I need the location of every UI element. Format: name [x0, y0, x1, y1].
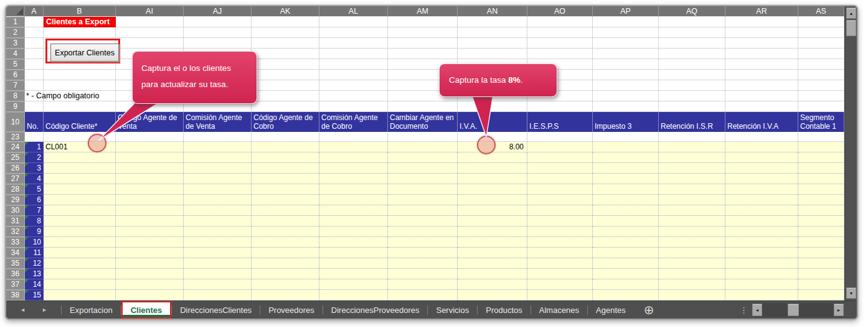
cell-AQ28[interactable]: [659, 184, 725, 195]
cell-AS6[interactable]: [798, 70, 844, 80]
scroll-down-button[interactable]: ▼: [846, 287, 856, 299]
cell-AK30[interactable]: [252, 205, 319, 216]
cell-AK7[interactable]: [252, 80, 319, 91]
cell-AL23[interactable]: [319, 132, 388, 142]
cell-AL27[interactable]: [319, 174, 388, 184]
cell-AS3[interactable]: [798, 38, 844, 49]
cell-AP37[interactable]: [593, 279, 659, 290]
row-header-32[interactable]: 32: [6, 226, 25, 237]
cell-AM24[interactable]: [388, 142, 458, 152]
cell-AL37[interactable]: [319, 279, 388, 290]
cell-AS7[interactable]: [798, 80, 844, 91]
cell-AR29[interactable]: [725, 195, 798, 205]
cell-AQ23[interactable]: [659, 132, 725, 142]
cell-AL25[interactable]: [319, 152, 388, 163]
more-options-icon[interactable]: ⋮: [740, 301, 748, 319]
cell-A34[interactable]: 11: [25, 248, 44, 258]
cell-AJ3[interactable]: [184, 38, 252, 49]
cell-AR26[interactable]: [725, 163, 798, 174]
cell-AI34[interactable]: [116, 248, 184, 258]
cell-AL28[interactable]: [319, 184, 388, 195]
cell-B31[interactable]: [44, 216, 116, 226]
scroll-left-button[interactable]: ◄: [752, 304, 762, 316]
cell-A30[interactable]: 7: [25, 205, 44, 216]
cell-AL2[interactable]: [319, 27, 388, 38]
cell-AM23[interactable]: [388, 132, 458, 142]
cell-AK2[interactable]: [252, 27, 319, 38]
cell-AK6[interactable]: [252, 70, 319, 80]
cell-AS36[interactable]: [798, 269, 844, 279]
column-header-AR[interactable]: AR: [725, 6, 798, 17]
cell-AJ32[interactable]: [184, 226, 252, 237]
cell-AQ26[interactable]: [659, 163, 725, 174]
cell-AO1[interactable]: [527, 17, 593, 27]
sheet-tab-servicios[interactable]: Servicios: [428, 301, 477, 319]
cell-AQ3[interactable]: [659, 38, 725, 49]
cell-AL35[interactable]: [319, 258, 388, 269]
sheet-tab-proveedores[interactable]: Proveedores: [260, 301, 323, 319]
cell-AO35[interactable]: [527, 258, 593, 269]
cell-AK8[interactable]: [252, 91, 319, 101]
row-header-36[interactable]: 36: [6, 269, 25, 279]
cell-AL4[interactable]: [319, 49, 388, 59]
cell-AS26[interactable]: [798, 163, 844, 174]
cell-AQ36[interactable]: [659, 269, 725, 279]
cell-AM27[interactable]: [388, 174, 458, 184]
cell-AQ30[interactable]: [659, 205, 725, 216]
cell-A26[interactable]: 3: [25, 163, 44, 174]
sheet-tab-clientes[interactable]: Clientes: [121, 301, 172, 319]
cell-AL1[interactable]: [319, 17, 388, 27]
cell-A38[interactable]: 15: [25, 290, 44, 301]
cell-AP4[interactable]: [593, 49, 659, 59]
cell-AN34[interactable]: [458, 248, 527, 258]
cell-AQ35[interactable]: [659, 258, 725, 269]
cell-AR35[interactable]: [725, 258, 798, 269]
export-clientes-button[interactable]: Exportar Clientes: [50, 44, 119, 62]
cell-AP31[interactable]: [593, 216, 659, 226]
scroll-up-button[interactable]: ▲: [846, 7, 856, 19]
horizontal-scroll-thumb[interactable]: [788, 304, 799, 316]
cell-AI30[interactable]: [116, 205, 184, 216]
cell-AJ36[interactable]: [184, 269, 252, 279]
cell-AJ37[interactable]: [184, 279, 252, 290]
cell-AP26[interactable]: [593, 163, 659, 174]
cell-AR6[interactable]: [725, 70, 798, 80]
cell-AM38[interactable]: [388, 290, 458, 301]
cell-AS38[interactable]: [798, 290, 844, 301]
cell-A25[interactable]: 2: [25, 152, 44, 163]
cell-AS25[interactable]: [798, 152, 844, 163]
vertical-scroll-thumb[interactable]: [846, 20, 856, 36]
cell-AK32[interactable]: [252, 226, 319, 237]
cell-AL3[interactable]: [319, 38, 388, 49]
cell-AO2[interactable]: [527, 27, 593, 38]
cell-AM25[interactable]: [388, 152, 458, 163]
cell-AK27[interactable]: [252, 174, 319, 184]
cell-AO4[interactable]: [527, 49, 593, 59]
cell-B2[interactable]: [44, 27, 116, 38]
cell-AM4[interactable]: [388, 49, 458, 59]
cell-AI36[interactable]: [116, 269, 184, 279]
cell-AN3[interactable]: [458, 38, 527, 49]
column-header-AS[interactable]: AS: [798, 6, 844, 17]
cell-A23[interactable]: [25, 132, 44, 142]
cell-B35[interactable]: [44, 258, 116, 269]
select-all-button[interactable]: [6, 6, 25, 17]
column-header-AQ[interactable]: AQ: [659, 6, 725, 17]
row-header-26[interactable]: 26: [6, 163, 25, 174]
row-header-25[interactable]: 25: [6, 152, 25, 163]
column-header-A[interactable]: A: [25, 6, 44, 17]
cell-AR24[interactable]: [725, 142, 798, 152]
cell-AN26[interactable]: [458, 163, 527, 174]
cell-AM26[interactable]: [388, 163, 458, 174]
cell-AM9[interactable]: [388, 101, 458, 112]
cell-AQ8[interactable]: [659, 91, 725, 101]
cell-AI35[interactable]: [116, 258, 184, 269]
cell-AS34[interactable]: [798, 248, 844, 258]
cell-AQ6[interactable]: [659, 70, 725, 80]
sheet-tab-almacenes[interactable]: Almacenes: [531, 301, 587, 319]
cell-AP27[interactable]: [593, 174, 659, 184]
cell-AM35[interactable]: [388, 258, 458, 269]
row-header-34[interactable]: 34: [6, 248, 25, 258]
cell-AR7[interactable]: [725, 80, 798, 91]
cell-AR25[interactable]: [725, 152, 798, 163]
